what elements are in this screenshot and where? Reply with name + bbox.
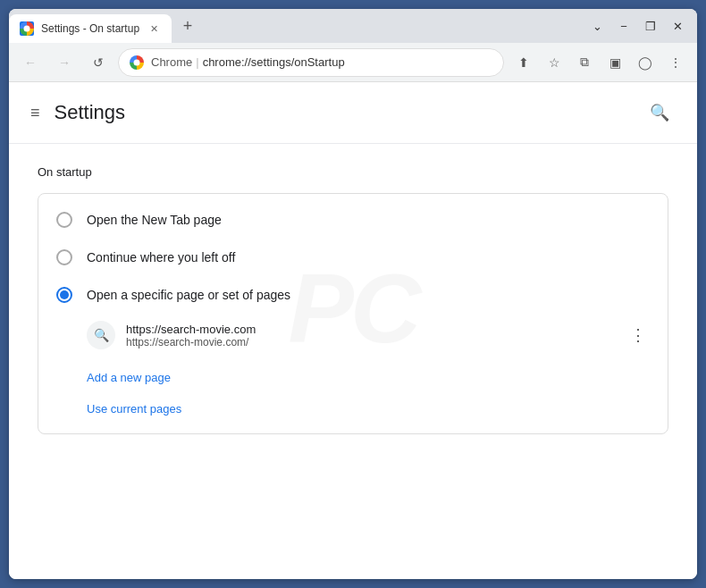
startup-page-entry: 🔍 https://search-movie.com https://searc… (38, 314, 668, 357)
address-text: Chrome | chrome://settings/onStartup (151, 55, 345, 69)
option-continue[interactable]: Continue where you left off (38, 239, 668, 276)
startup-actions: Add a new page Use current pages (38, 357, 668, 426)
address-path: chrome://settings/onStartup (203, 55, 345, 69)
address-bar[interactable]: Chrome | chrome://settings/onStartup (118, 48, 504, 77)
sidebar-menu-button[interactable]: ≡ (30, 104, 40, 122)
option-specific[interactable]: Open a specific page or set of pages (38, 276, 668, 314)
on-startup-label: On startup (38, 165, 668, 179)
page-entry-text: https://search-movie.com https://search-… (126, 323, 616, 349)
settings-title-area: ≡ Settings (30, 101, 125, 124)
tab-close-button[interactable]: ✕ (147, 21, 161, 36)
address-separator: | (196, 55, 198, 69)
radio-specific[interactable] (56, 287, 72, 303)
new-tab-button[interactable]: + (175, 13, 200, 38)
page-entry-title: https://search-movie.com (126, 323, 616, 336)
option-new-tab[interactable]: Open the New Tab page (38, 201, 668, 239)
radio-continue[interactable] (56, 249, 72, 265)
back-button[interactable]: ← (16, 48, 45, 77)
settings-header: ≡ Settings 🔍 (9, 82, 697, 144)
menu-button[interactable]: ⋮ (661, 48, 690, 77)
window-controls: ⌄ − ❐ ✕ (577, 9, 697, 43)
use-current-pages-link[interactable]: Use current pages (87, 395, 650, 423)
option-specific-label: Open a specific page or set of pages (87, 288, 290, 302)
page-entry-more-button[interactable]: ⋮ (626, 322, 650, 349)
settings-search-button[interactable]: 🔍 (643, 97, 676, 129)
search-movie-icon: 🔍 (94, 328, 109, 342)
page-entry-icon: 🔍 (87, 321, 115, 349)
settings-body: On startup PC Open the New Tab page Cont… (9, 144, 697, 456)
radio-inner-dot (60, 290, 69, 299)
profile-button[interactable]: ◯ (631, 48, 660, 77)
browser-window: Settings - On startup ✕ + ⌄ − ❐ ✕ ← → ↺ … (9, 9, 697, 579)
maximize-button[interactable]: ❐ (638, 13, 663, 38)
add-new-page-link[interactable]: Add a new page (87, 364, 650, 391)
sidebar-button[interactable]: ▣ (601, 48, 629, 77)
bookmark-button[interactable]: ☆ (540, 48, 568, 77)
settings-page-title: Settings (55, 101, 126, 124)
search-icon: 🔍 (650, 103, 669, 122)
tab-favicon (20, 21, 34, 36)
option-continue-label: Continue where you left off (87, 250, 235, 265)
title-bar: Settings - On startup ✕ + ⌄ − ❐ ✕ (9, 9, 697, 43)
content-area: ≡ Settings 🔍 On startup PC Open the New … (9, 82, 697, 579)
chrome-favicon-icon (20, 21, 34, 36)
dropdown-button[interactable]: ⌄ (584, 13, 609, 38)
startup-options-card: PC Open the New Tab page Continue where … (38, 193, 668, 434)
page-entry-url: https://search-movie.com/ (126, 336, 616, 349)
tab-strip: Settings - On startup ✕ + (9, 9, 577, 43)
address-bar-icon (130, 55, 144, 70)
browser-toolbar: ← → ↺ Chrome | chrome://settings/onStart… (9, 43, 697, 82)
toolbar-actions: ⬆ ☆ ⧉ ▣ ◯ ⋮ (509, 48, 690, 77)
active-tab[interactable]: Settings - On startup ✕ (9, 14, 172, 43)
settings-page: ≡ Settings 🔍 On startup PC Open the New … (9, 82, 697, 579)
option-new-tab-label: Open the New Tab page (87, 213, 222, 227)
tab-title: Settings - On startup (41, 22, 139, 35)
minimize-button[interactable]: − (611, 13, 636, 38)
extensions-button[interactable]: ⧉ (570, 48, 599, 77)
forward-button[interactable]: → (50, 48, 79, 77)
address-domain: Chrome (151, 55, 192, 69)
close-button[interactable]: ✕ (665, 13, 690, 38)
radio-new-tab[interactable] (56, 212, 72, 228)
share-button[interactable]: ⬆ (509, 48, 538, 77)
refresh-button[interactable]: ↺ (84, 48, 113, 77)
